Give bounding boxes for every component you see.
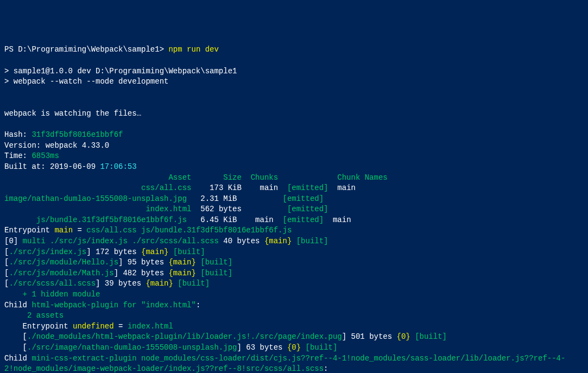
asset-row: css/all.css 173 KiB main [emitted] main <box>4 183 584 194</box>
module-line: [0] multi ./src/js/index.js ./src/scss/a… <box>4 236 584 247</box>
npm-output: > sample1@1.0.0 dev D:\Programiming\Webp… <box>4 66 584 77</box>
child-entrypoint: Entrypoint undefined = index.html <box>4 321 584 332</box>
module-line: [./src/js/module/Hello.js] 95 bytes {mai… <box>4 257 584 268</box>
watch-message: webpack is watching the files… <box>4 109 584 119</box>
module-line: [./src/scss/all.scss] 39 bytes {main} [b… <box>4 279 584 289</box>
npm-output: > webpack --watch --mode development <box>4 77 584 87</box>
built-line: Built at: 2019-06-09 17:06:53 <box>4 162 584 173</box>
module-line: [./src/js/module/Math.js] 482 bytes {mai… <box>4 268 584 279</box>
module-line: [./src/image/nathan-dumlao-1555008-unspl… <box>4 343 584 353</box>
entrypoint: Entrypoint main = css/all.css js/bundle.… <box>4 225 584 236</box>
hash-line: Hash: 31f3df5bf8016e1bbf6f <box>4 130 584 141</box>
module-line: [./src/js/index.js] 172 bytes {main} [bu… <box>4 247 584 258</box>
table-header: Asset Size Chunks Chunk Names <box>4 173 584 184</box>
asset-row: image/nathan-dumlao-1555008-unsplash.jpg… <box>4 194 584 205</box>
hidden-modules: + 1 hidden module <box>4 289 584 300</box>
version-line: Version: webpack 4.33.0 <box>4 141 584 151</box>
child-header: Child mini-css-extract-plugin node_modul… <box>4 353 584 373</box>
asset-row: index.html 562 bytes [emitted] <box>4 204 584 215</box>
prompt-line: PS D:\Programiming\Webpack\sample1> npm … <box>4 45 584 55</box>
child-assets: 2 assets <box>4 311 584 321</box>
time-line: Time: 6853ms <box>4 151 584 162</box>
asset-row: js/bundle.31f3df5bf8016e1bbf6f.js 6.45 K… <box>4 215 584 226</box>
child-header: Child html-webpack-plugin for "index.htm… <box>4 300 584 311</box>
module-line: [./node_modules/html-webpack-plugin/lib/… <box>4 332 584 343</box>
terminal[interactable]: PS D:\Programiming\Webpack\sample1> npm … <box>4 45 584 373</box>
